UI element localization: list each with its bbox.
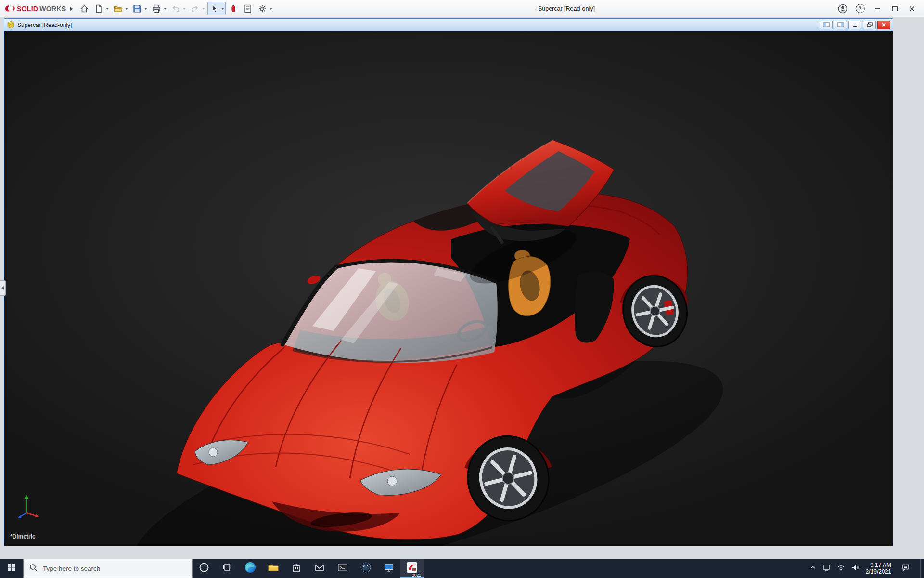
doc-restore-icon [867, 21, 873, 29]
graphics-viewport[interactable]: *Dimetric [4, 31, 893, 546]
document-window-controls [820, 21, 890, 29]
terminal-button[interactable] [331, 559, 354, 578]
dropdown-arrow-icon[interactable] [202, 8, 205, 10]
action-center-icon [901, 563, 910, 574]
search-icon [29, 563, 38, 574]
pane-toggle-left-button[interactable] [820, 21, 833, 29]
new-document-button[interactable] [92, 2, 110, 15]
open-folder-icon [113, 3, 123, 14]
monitor-app-button[interactable] [377, 559, 400, 578]
new-document-icon [93, 3, 104, 14]
dropdown-arrow-icon[interactable] [183, 8, 186, 10]
save-button[interactable] [130, 2, 149, 15]
tray-display-button[interactable] [822, 564, 831, 574]
dropdown-arrow-icon[interactable] [221, 8, 224, 10]
app-title: Supercar [Read-only] [538, 0, 595, 17]
print-icon [151, 3, 162, 14]
windows-logo-icon [7, 563, 16, 574]
taskbar-clock[interactable]: 9:17 AM 2/19/2021 [866, 562, 891, 576]
save-icon [132, 3, 142, 14]
ds-logo-icon [5, 3, 15, 14]
menu-expand-arrow-icon[interactable] [70, 6, 73, 11]
taskbar-search[interactable] [23, 559, 192, 578]
open-button[interactable] [111, 2, 129, 15]
undo-icon [170, 3, 181, 14]
minimize-button[interactable] [870, 2, 885, 15]
flyout-arrow-icon [1, 286, 4, 290]
minimize-icon [875, 8, 880, 9]
gear-icon [257, 3, 268, 14]
display-icon [822, 564, 831, 574]
dropdown-arrow-icon[interactable] [106, 8, 109, 10]
round-app-button[interactable] [354, 559, 377, 578]
select-cursor-icon [209, 3, 219, 14]
pane-toggle-right-button[interactable] [834, 21, 847, 29]
doc-close-icon [881, 21, 886, 29]
red-capsule-icon [228, 3, 239, 14]
edge-icon [244, 561, 257, 576]
view-orientation-label: *Dimetric [10, 533, 36, 540]
home-button[interactable] [77, 2, 91, 15]
doc-minimize-button[interactable] [848, 21, 861, 29]
wifi-icon [837, 564, 845, 574]
brand-solid: SOLID [17, 5, 38, 13]
dropdown-arrow-icon[interactable] [164, 8, 167, 10]
account-button[interactable] [835, 2, 850, 15]
select-tool-button[interactable] [207, 2, 226, 15]
store-button[interactable] [285, 559, 308, 578]
search-input[interactable] [42, 565, 187, 573]
dropdown-arrow-icon[interactable] [144, 8, 147, 10]
dropdown-arrow-icon[interactable] [270, 8, 272, 10]
cortana-button[interactable] [192, 559, 216, 578]
task-view-button[interactable] [216, 559, 239, 578]
document-title: Supercar [Read-only] [17, 22, 72, 28]
part-file-icon [7, 21, 15, 29]
close-button[interactable] [905, 2, 919, 15]
document-titlebar[interactable]: Supercar [Read-only] [4, 19, 893, 31]
terminal-icon [337, 562, 348, 575]
help-button[interactable]: ? [853, 2, 867, 15]
help-icon: ? [856, 4, 865, 13]
red-capsule-button[interactable] [227, 2, 240, 15]
folder-icon [267, 561, 280, 576]
doc-close-button[interactable] [877, 21, 890, 29]
mail-button[interactable] [308, 559, 331, 578]
brand-works: WORKS [39, 5, 66, 13]
print-button[interactable] [150, 2, 168, 15]
show-desktop-button[interactable] [920, 559, 923, 578]
start-button[interactable] [0, 559, 23, 578]
tray-chevron-button[interactable] [809, 564, 816, 573]
redo-button[interactable] [188, 2, 206, 15]
clock-time: 9:17 AM [870, 562, 891, 568]
app-titlebar[interactable]: SOLIDWORKS [0, 0, 924, 17]
dropdown-arrow-icon[interactable] [125, 8, 128, 10]
clock-date: 2/19/2021 [866, 568, 891, 575]
solidworks-logo: SOLIDWORKS [5, 3, 66, 14]
edge-button[interactable] [239, 559, 262, 578]
maximize-button[interactable] [887, 2, 902, 15]
tray-network-button[interactable] [837, 564, 845, 574]
quick-access-toolbar [77, 2, 274, 15]
doc-restore-button[interactable] [863, 21, 876, 29]
undo-button[interactable] [169, 2, 187, 15]
action-center-button[interactable] [898, 563, 914, 574]
screen: SOLIDWORKS [0, 0, 924, 578]
mail-envelope-icon [314, 562, 325, 575]
home-icon [79, 3, 90, 14]
maximize-icon [892, 6, 898, 11]
solidworks-taskbar-button[interactable]: 2021 [400, 559, 424, 578]
chevron-up-icon [809, 564, 816, 573]
user-icon [837, 3, 848, 14]
app-window-controls: ? [835, 2, 921, 15]
pane-right-icon [837, 21, 844, 29]
options-button[interactable] [256, 2, 274, 15]
file-properties-button[interactable] [241, 2, 255, 15]
redo-icon [190, 3, 200, 14]
monitor-app-icon [383, 562, 395, 575]
file-explorer-button[interactable] [262, 559, 285, 578]
tray-volume-button[interactable] [851, 564, 860, 574]
cortana-icon [198, 562, 210, 575]
doc-minimize-icon [853, 26, 857, 27]
supercar-model[interactable] [4, 31, 893, 546]
featuremanager-flyout-tab[interactable] [0, 280, 6, 296]
